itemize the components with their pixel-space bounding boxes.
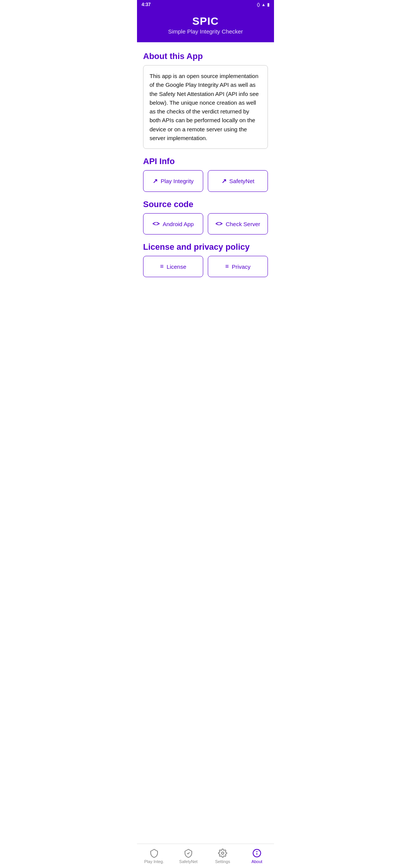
- privacy-label: Privacy: [232, 263, 250, 270]
- safetynet-button[interactable]: ↗ SafetyNet: [208, 170, 268, 192]
- external-link-icon-safety: ↗: [221, 177, 226, 185]
- api-info-buttons: ↗ Play Integrity ↗ SafetyNet: [143, 170, 268, 192]
- status-time: 4:37: [142, 2, 151, 7]
- source-code-section-title: Source code: [143, 199, 268, 209]
- about-description: This app is an open source implementatio…: [143, 65, 268, 149]
- external-link-icon-play: ↗: [153, 177, 158, 185]
- status-icons: 〈〉 ▲ ▮: [257, 2, 269, 7]
- battery-icon: ▮: [267, 2, 269, 7]
- main-content: About this App This app is an open sourc…: [137, 42, 274, 315]
- list-icon-license: ≡: [160, 263, 163, 270]
- wifi-icon: 〈〉: [257, 2, 260, 7]
- list-icon-privacy: ≡: [225, 263, 229, 270]
- signal-icon: ▲: [261, 2, 266, 7]
- privacy-button[interactable]: ≡ Privacy: [208, 256, 268, 277]
- code-icon-server: <>: [215, 220, 223, 227]
- play-integrity-label: Play Integrity: [161, 178, 194, 184]
- android-app-button[interactable]: <> Android App: [143, 213, 203, 235]
- license-section-title: License and privacy policy: [143, 242, 268, 252]
- check-server-label: Check Server: [226, 221, 260, 227]
- app-header: SPIC Simple Play Integrity Checker: [137, 9, 274, 42]
- code-icon-android: <>: [153, 220, 160, 227]
- license-button[interactable]: ≡ License: [143, 256, 203, 277]
- status-bar: 4:37 〈〉 ▲ ▮: [137, 0, 274, 9]
- source-code-buttons: <> Android App <> Check Server: [143, 213, 268, 235]
- license-buttons: ≡ License ≡ Privacy: [143, 256, 268, 277]
- app-title: SPIC: [143, 15, 268, 27]
- about-section-title: About this App: [143, 51, 268, 61]
- android-app-label: Android App: [162, 221, 194, 227]
- check-server-button[interactable]: <> Check Server: [208, 213, 268, 235]
- safetynet-label: SafetyNet: [229, 178, 255, 184]
- api-info-section-title: API Info: [143, 156, 268, 166]
- app-subtitle: Simple Play Integrity Checker: [143, 28, 268, 35]
- license-label: License: [167, 263, 186, 270]
- play-integrity-button[interactable]: ↗ Play Integrity: [143, 170, 203, 192]
